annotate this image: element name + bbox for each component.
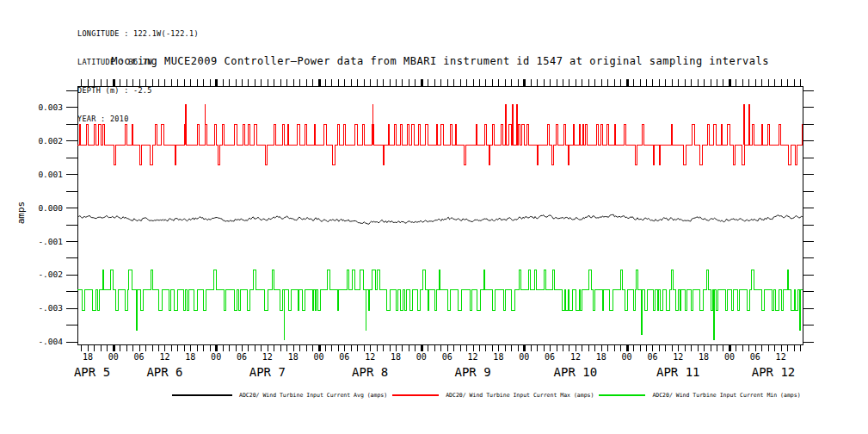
x-hour-label: 06 — [339, 352, 349, 362]
y-tick-label: 0.000 — [38, 203, 63, 213]
x-date-label: APR 7 — [249, 365, 286, 379]
x-hour-label: 18 — [493, 352, 503, 362]
x-hour-label: 06 — [442, 352, 452, 362]
x-hour-label: 06 — [134, 352, 145, 362]
x-hour-label: 12 — [468, 352, 478, 362]
y-tick-label: 0.001 — [38, 170, 63, 179]
y-tick-label: 0.003 — [38, 102, 63, 112]
x-hour-label: 00 — [108, 352, 119, 362]
y-tick-label: -.003 — [38, 303, 63, 313]
x-hour-label: 18 — [699, 352, 709, 362]
x-hour-label: 00 — [416, 352, 427, 362]
x-hour-label: 18 — [185, 352, 195, 362]
legend-line-avg — [172, 394, 232, 396]
x-date-label: APR 6 — [146, 365, 182, 379]
figure: LONGITUDE : 122.1W(-122.1) LATITUDE : 36… — [0, 0, 868, 434]
legend-entry-max: ADC20/ Wind Turbine Input Current Max (a… — [392, 392, 594, 399]
legend-label-min: ADC20/ Wind Turbine Input Current Min (a… — [652, 392, 800, 399]
legend-label-avg: ADC20/ Wind Turbine Input Current Avg (a… — [239, 392, 387, 399]
x-hour-label: 12 — [159, 352, 169, 362]
y-tick-label: -.002 — [38, 270, 63, 279]
legend-line-min — [599, 394, 645, 396]
x-hour-label: 00 — [211, 352, 221, 362]
legend: ADC20/ Wind Turbine Input Current Avg (a… — [172, 389, 806, 401]
x-hour-label: 12 — [673, 352, 683, 362]
y-tick-label: -.004 — [38, 337, 63, 346]
x-date-label: APR 5 — [74, 365, 110, 379]
x-hour-label: 06 — [545, 352, 555, 362]
series-max-peaks — [186, 104, 749, 146]
plot-svg: 0.0030.0020.0010.000-.001-.002-.003-.004… — [0, 0, 868, 434]
y-axis-title: amps — [15, 202, 27, 225]
x-hour-label: 00 — [519, 352, 529, 362]
series-avg-line — [77, 214, 803, 224]
legend-line-max — [392, 394, 439, 396]
series-group — [77, 104, 803, 340]
y-tick-label: -.001 — [38, 237, 63, 246]
x-date-label: APR 12 — [752, 365, 796, 379]
legend-label-max: ADC20/ Wind Turbine Input Current Max (a… — [446, 392, 594, 399]
legend-entry-min: ADC20/ Wind Turbine Input Current Min (a… — [599, 392, 800, 399]
plot-frame — [78, 87, 803, 345]
x-hour-label: 12 — [365, 352, 375, 362]
x-hour-label: 12 — [570, 352, 581, 362]
x-hour-label: 18 — [288, 352, 299, 362]
x-hour-label: 00 — [313, 352, 323, 362]
x-date-label: APR 9 — [454, 365, 490, 379]
x-hour-label: 12 — [262, 352, 273, 362]
x-hour-label: 18 — [83, 352, 93, 362]
x-date-label: APR 8 — [352, 365, 388, 379]
x-hour-label: 18 — [596, 352, 606, 362]
x-hour-label: 00 — [724, 352, 735, 362]
series-min-line — [77, 270, 803, 311]
x-hour-label: 06 — [750, 352, 760, 362]
x-date-label: APR 11 — [656, 365, 700, 379]
y-tick-label: 0.002 — [38, 136, 63, 146]
legend-entry-avg: ADC20/ Wind Turbine Input Current Avg (a… — [172, 392, 387, 399]
x-hour-label: 00 — [622, 352, 632, 362]
x-hour-label: 06 — [647, 352, 657, 362]
x-hour-label: 12 — [776, 352, 786, 362]
x-hour-label: 18 — [391, 352, 401, 362]
x-hour-label: 06 — [237, 352, 247, 362]
x-date-label: APR 10 — [554, 365, 598, 379]
